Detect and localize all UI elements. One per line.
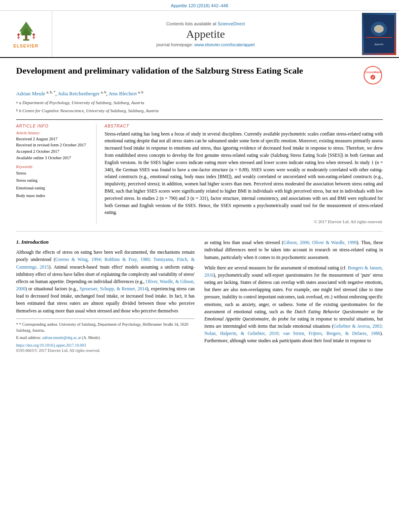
keywords-label: Keywords: — [16, 164, 90, 169]
svg-rect-16 — [366, 37, 392, 38]
sciencedirect-line: Contents lists available at ScienceDirec… — [166, 21, 245, 26]
ref-greeno[interactable]: Greeno & Wing, 1994; Robbins & Fray, 198… — [16, 257, 195, 269]
cover-illustration: Appetite — [364, 15, 394, 53]
received-date: Received 2 August 2017 — [16, 136, 90, 142]
abstract-label: Abstract — [105, 124, 383, 128]
ref-bongers[interactable]: Bongers & Jansen, 2016 — [204, 265, 383, 277]
section-divider — [16, 231, 383, 232]
revised-date: Received in revised form 2 October 2017 — [16, 142, 90, 148]
svg-text:✓: ✓ — [371, 75, 374, 80]
email-link[interactable]: adrian.meule@sbg.ac.at — [42, 335, 81, 340]
homepage-line: journal homepage: www.elsevier.com/locat… — [156, 42, 255, 47]
top-banner: Appetite 120 (2018) 442–448 — [0, 0, 399, 11]
svg-text:Appetite: Appetite — [374, 43, 383, 46]
author-reichenberger[interactable]: Julia Reichenberger — [58, 90, 99, 97]
intro-paragraph-1: Although the effects of stress on eating… — [16, 249, 195, 314]
doi-link[interactable]: https://doi.org/10.1016/j.appet.2017.10.… — [16, 343, 86, 347]
author-meule[interactable]: Adrian Meule — [16, 90, 45, 97]
body-left-col: 1. Introduction Although the effects of … — [16, 239, 195, 352]
svg-text:CrossMark: CrossMark — [364, 70, 381, 74]
ref-gibson[interactable]: Gibson, 2006; Oliver & Wardle, 1999 — [283, 240, 356, 245]
main-content: Development and preliminary validation o… — [0, 58, 399, 361]
intro-heading: 1. Introduction — [16, 239, 195, 245]
ref-sproesser[interactable]: Sproesser, Schupp, & Renner, 2014 — [80, 286, 147, 291]
abstract-col: Abstract Stress-related eating has long … — [105, 124, 383, 224]
journal-header: ELSEVIER Contents lists available at Sci… — [0, 11, 399, 58]
keyword-4: Body mass index — [16, 192, 90, 200]
svg-point-15 — [374, 25, 384, 33]
elsevier-logo: ELSEVIER — [13, 20, 38, 48]
article-info-col: Article info Article history: Received 2… — [16, 124, 97, 224]
journal-citation-link[interactable]: Appetite 120 (2018) 442–448 — [171, 3, 228, 8]
abstract-text: Stress-related eating has long been a fo… — [105, 131, 383, 217]
footnotes: * * Corresponding author. University of … — [16, 318, 195, 341]
page: Appetite 120 (2018) 442–448 — [0, 0, 399, 532]
keywords-list: Stress Stress eating Emotional eating Bo… — [16, 170, 90, 200]
article-info-label: Article info — [16, 124, 90, 128]
body-right-col: as eating less than usual when stressed … — [204, 239, 383, 352]
right-paragraph-1: as eating less than usual when stressed … — [204, 239, 383, 261]
elsevier-brand-label: ELSEVIER — [13, 43, 38, 48]
keywords-group: Keywords: Stress Stress eating Emotional… — [16, 164, 90, 200]
svg-point-9 — [33, 33, 35, 36]
info-abstract-section: Article info Article history: Received 2… — [16, 119, 383, 224]
ref-geliebter[interactable]: Geliebter & Aversa, 2003; Nolan, Halperi… — [204, 324, 383, 336]
doi-line: https://doi.org/10.1016/j.appet.2017.10.… — [16, 343, 195, 347]
affiliation-a: a a Department of Psychology, University… — [16, 99, 383, 107]
footnote-email: E-mail address: adrian.meule@sbg.ac.at (… — [16, 335, 195, 341]
article-history: Article history: Received 2 August 2017 … — [16, 131, 90, 161]
copyright-line: © 2017 Elsevier Ltd. All rights reserved… — [105, 220, 383, 224]
affiliation-b: b b Centre for Cognitive Neuroscience, U… — [16, 107, 383, 115]
journal-title: Appetite — [186, 28, 225, 41]
keyword-1: Stress — [16, 170, 90, 177]
journal-cover-image: Appetite — [362, 13, 396, 55]
right-paragraph-2: While there are several measures for the… — [204, 264, 383, 345]
history-label: Article history: — [16, 131, 90, 135]
sciencedirect-link[interactable]: ScienceDirect — [218, 21, 245, 26]
affiliations: a a Department of Psychology, University… — [16, 99, 383, 114]
body-section: 1. Introduction Although the effects of … — [16, 239, 383, 352]
journal-cover-area: Appetite — [359, 11, 399, 57]
elsevier-tree-icon — [14, 20, 38, 42]
crossmark-icon: CrossMark ✓ — [363, 65, 383, 85]
svg-rect-1 — [25, 35, 27, 40]
footnote-star: * * Corresponding author. University of … — [16, 321, 195, 333]
accepted-date: Accepted 2 October 2017 — [16, 148, 90, 155]
online-date: Available online 3 October 2017 — [16, 155, 90, 161]
authors-line: Adrian Meule a, b, *, Julia Reichenberge… — [16, 90, 383, 97]
svg-point-5 — [17, 33, 20, 36]
homepage-link[interactable]: www.elsevier.com/locate/appet — [194, 42, 255, 47]
issn-line: 0195-6663/© 2017 Elsevier Ltd. All right… — [16, 348, 195, 353]
author-blechert[interactable]: Jens Blechert — [109, 90, 137, 97]
elsevier-logo-area: ELSEVIER — [0, 11, 52, 57]
article-title: Development and preliminary validation o… — [16, 65, 363, 77]
journal-info-center: Contents lists available at ScienceDirec… — [52, 11, 359, 57]
article-title-row: Development and preliminary validation o… — [16, 65, 383, 85]
keyword-2: Stress eating — [16, 177, 90, 185]
keyword-3: Emotional eating — [16, 185, 90, 192]
